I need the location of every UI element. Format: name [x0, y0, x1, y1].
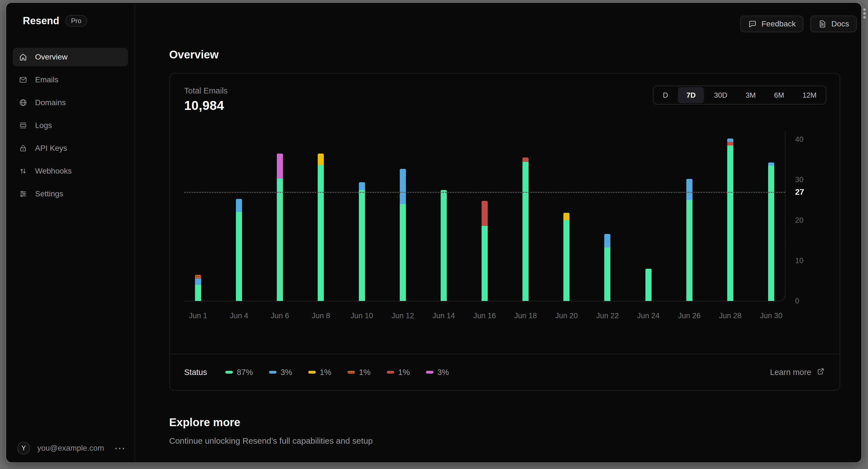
x-axis-label-jun-1: Jun 1: [189, 312, 207, 320]
sidebar-item-label: Overview: [35, 53, 68, 61]
legend-percentage: 1%: [359, 368, 371, 377]
bar-jun-8[interactable]: [318, 154, 324, 301]
sidebar-item-webhooks[interactable]: Webhooks: [13, 162, 128, 180]
bar-jun-18[interactable]: [523, 157, 529, 301]
legend-percentage: 87%: [237, 368, 253, 377]
bar-jun-24[interactable]: [645, 269, 652, 301]
learn-more-label: Learn more: [770, 368, 811, 377]
sidebar-item-api-keys[interactable]: API Keys: [13, 139, 128, 157]
explore-more-title: Explore more: [169, 416, 240, 429]
bar-chart-plot: [184, 131, 785, 301]
bar-segment-red: [727, 142, 733, 146]
legend-swatch: [426, 371, 433, 374]
sidebar-item-emails[interactable]: Emails: [13, 71, 128, 89]
sidebar-item-logs[interactable]: Logs: [13, 116, 128, 135]
range-button-7d[interactable]: 7D: [678, 87, 704, 103]
bar-segment-green: [277, 179, 283, 301]
globe-icon: [19, 98, 27, 107]
range-button-12m[interactable]: 12M: [794, 87, 825, 103]
y-axis-tick-30: 30: [795, 176, 803, 184]
x-axis-label-jun-28: Jun 28: [719, 312, 741, 320]
sidebar-item-label: Logs: [35, 121, 52, 130]
bar-segment-green: [400, 204, 406, 301]
x-axis-label-jun-12: Jun 12: [392, 312, 414, 320]
bar-jun-4[interactable]: [236, 199, 242, 301]
sidebar-item-settings[interactable]: Settings: [13, 185, 128, 203]
home-icon: [19, 53, 27, 61]
page-title: Overview: [169, 49, 219, 61]
legend-percentage: 1%: [398, 368, 410, 377]
average-threshold-line: [184, 192, 785, 193]
main-content: FeedbackDocs Overview Total Emails 10,98…: [136, 3, 861, 462]
sidebar-item-domains[interactable]: Domains: [13, 93, 128, 112]
button-label: Feedback: [762, 20, 796, 28]
legend-percentage: 3%: [280, 368, 292, 377]
legend-swatch: [308, 371, 316, 374]
x-axis-label-jun-6: Jun 6: [271, 312, 289, 320]
legend-swatch: [225, 371, 233, 374]
x-axis-label-jun-10: Jun 10: [350, 312, 373, 320]
bar-jun-12[interactable]: [400, 169, 406, 301]
avatar[interactable]: Y: [17, 442, 30, 455]
legend-item-0: 87%: [225, 368, 253, 377]
bar-segment-yellow: [563, 213, 569, 220]
bar-jun-20[interactable]: [563, 213, 569, 301]
account-switcher[interactable]: Y you@example.com ⋯: [17, 442, 127, 455]
bar-segment-green: [727, 146, 733, 301]
bar-segment-green: [563, 220, 569, 301]
bar-segment-green: [604, 248, 610, 301]
bar-segment-green: [441, 190, 447, 301]
app-window: Resend Pro OverviewEmailsDomainsLogsAPI …: [6, 3, 861, 462]
sidebar-item-label: API Keys: [35, 144, 67, 153]
bar-segment-green: [318, 165, 324, 301]
legend-swatch: [387, 371, 394, 374]
chat-icon: [748, 20, 757, 28]
logs-icon: [19, 121, 27, 130]
bar-segment-green: [645, 269, 652, 301]
user-menu-ellipsis-icon[interactable]: ⋯: [113, 445, 127, 451]
bar-segment-blue: [195, 278, 201, 285]
learn-more-link[interactable]: Learn more: [770, 367, 825, 378]
bar-segment-red: [523, 157, 529, 162]
range-button-6m[interactable]: 6M: [766, 87, 792, 103]
bar-jun-14[interactable]: [441, 190, 447, 301]
bar-segment-blue: [727, 138, 733, 142]
range-button-d[interactable]: D: [654, 87, 676, 103]
bar-segment-green: [523, 162, 529, 301]
bar-segment-green: [686, 200, 692, 301]
feedback-button[interactable]: Feedback: [740, 15, 803, 32]
bar-jun-1[interactable]: [195, 275, 201, 301]
legend-item-5: 3%: [426, 368, 449, 377]
metric-value: 10,984: [184, 98, 224, 113]
brand-logo: Resend: [23, 15, 59, 27]
range-button-30d[interactable]: 30D: [706, 87, 736, 103]
sidebar-item-label: Webhooks: [35, 167, 72, 176]
bar-segment-green: [236, 212, 242, 301]
bar-segment-green: [359, 190, 365, 301]
bar-jun-22[interactable]: [604, 234, 610, 301]
sidebar-item-overview[interactable]: Overview: [13, 48, 128, 66]
docs-button[interactable]: Docs: [810, 15, 857, 32]
range-button-3m[interactable]: 3M: [737, 87, 764, 103]
bar-jun-28[interactable]: [727, 138, 733, 301]
bar-jun-26[interactable]: [686, 179, 692, 301]
external-link-icon: [816, 367, 825, 378]
bar-segment-blue: [236, 199, 242, 212]
threshold-label: 27: [795, 187, 804, 196]
y-axis-tick-0: 0: [795, 297, 799, 306]
bar-jun-16[interactable]: [482, 201, 488, 301]
scrollbar-dots[interactable]: [863, 8, 866, 19]
bar-jun-30[interactable]: [768, 162, 774, 301]
bar-jun-10[interactable]: [359, 182, 365, 301]
x-axis-label-jun-4: Jun 4: [230, 312, 248, 320]
legend-row: Status 87%3%1%1%1%3% Learn more: [170, 354, 840, 390]
bar-segment-orange: [195, 275, 201, 278]
lock-icon: [19, 144, 27, 152]
legend-items: 87%3%1%1%1%3%: [225, 368, 770, 377]
legend-item-1: 3%: [269, 368, 292, 377]
bar-segment-green: [768, 165, 774, 301]
external-icon: [816, 367, 825, 376]
button-label: Docs: [831, 20, 849, 28]
bar-segment-yellow: [318, 154, 324, 165]
bar-jun-6[interactable]: [277, 154, 283, 301]
